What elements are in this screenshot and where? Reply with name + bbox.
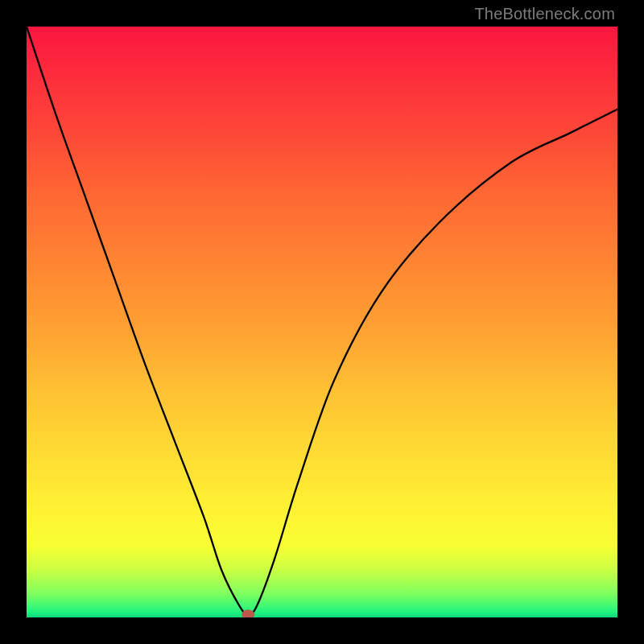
bottleneck-curve	[27, 27, 617, 614]
watermark-text: TheBottleneck.com	[474, 5, 615, 23]
plot-area	[27, 27, 617, 617]
chart-svg	[27, 27, 617, 617]
